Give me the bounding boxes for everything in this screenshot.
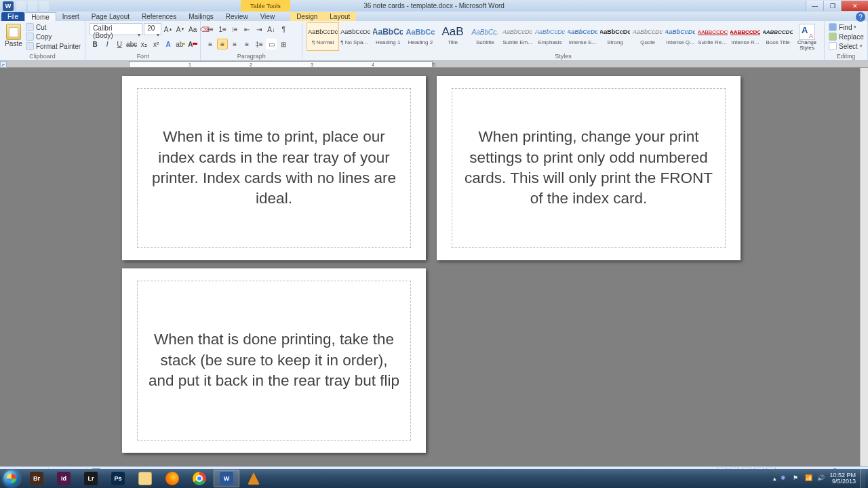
style---normal[interactable]: AaBbCcDc¶ Normal bbox=[307, 22, 339, 51]
help-icon[interactable]: ? bbox=[856, 12, 865, 22]
text-effects-button[interactable]: A bbox=[163, 39, 174, 49]
tray-action-center-icon[interactable]: ⚑ bbox=[793, 474, 801, 483]
find-button[interactable]: Find▾ bbox=[829, 22, 856, 32]
tab-design[interactable]: Design bbox=[290, 12, 323, 21]
index-card-1[interactable]: When it is time to print, place our inde… bbox=[122, 76, 426, 260]
qat-save-icon[interactable] bbox=[16, 1, 26, 11]
tab-review[interactable]: Review bbox=[220, 12, 254, 21]
tray-volume-icon[interactable]: 🔊 bbox=[817, 474, 825, 483]
tab-insert[interactable]: Insert bbox=[56, 12, 85, 21]
style-title[interactable]: AaBTitle bbox=[437, 22, 469, 51]
style-strong[interactable]: AaBbCcDcStrong bbox=[599, 22, 631, 51]
sort-button[interactable]: A↓ bbox=[266, 24, 277, 35]
quick-access-toolbar bbox=[16, 1, 49, 11]
underline-button[interactable]: U bbox=[114, 39, 125, 49]
style-emphasis[interactable]: AaBbCcDcEmphasis bbox=[534, 22, 566, 51]
tray-clock[interactable]: 10:52 PM 9/5/2013 bbox=[829, 472, 856, 485]
decrease-indent-button[interactable]: ⇤ bbox=[241, 24, 252, 35]
line-spacing-button[interactable]: ‡≡ bbox=[254, 39, 264, 49]
bold-button[interactable]: B bbox=[90, 39, 100, 49]
subscript-button[interactable]: x₂ bbox=[138, 39, 149, 49]
style-quote[interactable]: AaBbCcDcQuote bbox=[631, 22, 664, 51]
minimize-button[interactable]: — bbox=[806, 1, 823, 11]
numbering-button[interactable]: 1≡ bbox=[217, 24, 228, 35]
tray-show-hidden-icon[interactable]: ▴ bbox=[773, 475, 776, 482]
font-family-select[interactable]: Calibri (Body) bbox=[90, 23, 142, 35]
group-editing-label: Editing bbox=[829, 53, 863, 60]
font-size-select[interactable]: 20 bbox=[144, 23, 161, 35]
bullets-button[interactable]: •≡ bbox=[205, 24, 216, 35]
styles-gallery[interactable]: AaBbCcDc¶ NormalAaBbCcDc¶ No Spaci...AaB… bbox=[307, 22, 794, 51]
tray-bluetooth-icon[interactable]: ✱ bbox=[781, 474, 789, 483]
borders-button[interactable]: ⊞ bbox=[278, 39, 289, 49]
tab-references[interactable]: References bbox=[136, 12, 182, 21]
taskbar-app-br[interactable]: Br bbox=[24, 470, 50, 487]
tab-page-layout[interactable]: Page Layout bbox=[85, 12, 136, 21]
qat-redo-icon[interactable] bbox=[39, 1, 49, 11]
increase-indent-button[interactable]: ⇥ bbox=[254, 24, 264, 35]
style---no-spaci---[interactable]: AaBbCcDc¶ No Spaci... bbox=[339, 22, 372, 51]
grow-font-button[interactable]: A▲ bbox=[163, 24, 174, 35]
tab-view[interactable]: View bbox=[254, 12, 281, 21]
style-heading-1[interactable]: AaBbCcHeading 1 bbox=[372, 22, 404, 51]
taskbar-app-chrome[interactable] bbox=[186, 470, 212, 487]
align-center-button[interactable]: ≡ bbox=[217, 39, 228, 49]
cut-button[interactable]: Cut bbox=[26, 22, 81, 32]
shading-button[interactable]: ▭ bbox=[266, 39, 277, 49]
tab-home[interactable]: Home bbox=[24, 12, 56, 21]
style-intense-r---[interactable]: AABBCCDCIntense R... bbox=[729, 22, 762, 51]
highlight-button[interactable]: ab bbox=[175, 39, 186, 49]
tab-selector-button[interactable]: ⌐ bbox=[0, 61, 7, 68]
copy-button[interactable]: Copy bbox=[26, 32, 81, 41]
align-right-button[interactable]: ≡ bbox=[229, 39, 240, 49]
tab-layout[interactable]: Layout bbox=[323, 12, 356, 21]
style-subtitle[interactable]: AaBbCc.Subtitle bbox=[469, 22, 501, 51]
tab-file[interactable]: File bbox=[1, 12, 24, 21]
taskbar-app-explorer[interactable] bbox=[132, 470, 158, 487]
format-painter-button[interactable]: Format Painter bbox=[26, 41, 81, 51]
superscript-button[interactable]: x² bbox=[151, 39, 161, 49]
taskbar-app-vlc[interactable] bbox=[241, 470, 267, 487]
select-button[interactable]: Select▾ bbox=[829, 41, 863, 51]
taskbar-app-ps[interactable]: Ps bbox=[105, 470, 131, 487]
align-left-button[interactable]: ≡ bbox=[205, 39, 216, 49]
group-font-label: Font bbox=[90, 53, 196, 60]
taskbar-app-id[interactable]: Id bbox=[51, 470, 77, 487]
show-marks-button[interactable]: ¶ bbox=[278, 24, 289, 35]
style-intense-e---[interactable]: AaBbCcDcIntense E... bbox=[566, 22, 599, 51]
taskbar-app-firefox[interactable] bbox=[159, 470, 185, 487]
card-text: When that is done printing, take the sta… bbox=[147, 329, 401, 391]
change-styles-button[interactable]: Change Styles bbox=[794, 22, 820, 51]
style-subtle-ref---[interactable]: AABBCCDCSubtle Ref... bbox=[696, 22, 729, 51]
style-heading-2[interactable]: AaBbCcHeading 2 bbox=[404, 22, 437, 51]
show-desktop-button[interactable] bbox=[860, 469, 865, 488]
change-case-button[interactable]: Aa bbox=[187, 24, 198, 35]
taskbar-app-lr[interactable]: Lr bbox=[78, 470, 104, 487]
font-color-button[interactable]: A bbox=[187, 39, 198, 49]
italic-button[interactable]: I bbox=[102, 39, 113, 49]
tray-network-icon[interactable]: 📶 bbox=[805, 474, 813, 483]
replace-icon bbox=[829, 33, 837, 41]
multilevel-list-button[interactable]: ⁝≡ bbox=[229, 24, 240, 35]
index-card-3[interactable]: When that is done printing, take the sta… bbox=[122, 268, 426, 453]
horizontal-ruler[interactable]: 12345 bbox=[129, 61, 433, 68]
group-paragraph-label: Paragraph bbox=[205, 53, 298, 60]
close-button[interactable]: ✕ bbox=[841, 1, 868, 11]
index-card-2[interactable]: When printing, change your print setting… bbox=[437, 76, 741, 260]
vertical-scrollbar[interactable] bbox=[860, 68, 868, 469]
shrink-font-button[interactable]: A▼ bbox=[175, 24, 186, 35]
justify-button[interactable]: ≡ bbox=[241, 39, 252, 49]
restore-button[interactable]: ❐ bbox=[823, 1, 841, 11]
style-book-title[interactable]: AABBCCDCBook Title bbox=[762, 22, 794, 51]
start-button[interactable] bbox=[0, 469, 23, 488]
strikethrough-button[interactable]: abc bbox=[126, 39, 137, 49]
qat-undo-icon[interactable] bbox=[28, 1, 37, 11]
windows-taskbar: BrIdLrPsW ▴ ✱ ⚑ 📶 🔊 10:52 PM 9/5/2013 bbox=[0, 469, 868, 488]
style-subtle-em---[interactable]: AaBbCcDcSubtle Em... bbox=[501, 22, 534, 51]
replace-button[interactable]: Replace bbox=[829, 32, 864, 41]
tab-mailings[interactable]: Mailings bbox=[182, 12, 220, 21]
group-styles: AaBbCcDc¶ NormalAaBbCcDc¶ No Spaci...AaB… bbox=[302, 21, 825, 60]
paste-button[interactable]: Paste bbox=[4, 22, 23, 47]
style-intense-q---[interactable]: AaBbCcDcIntense Q... bbox=[664, 22, 696, 51]
taskbar-app-w[interactable]: W bbox=[214, 470, 239, 487]
